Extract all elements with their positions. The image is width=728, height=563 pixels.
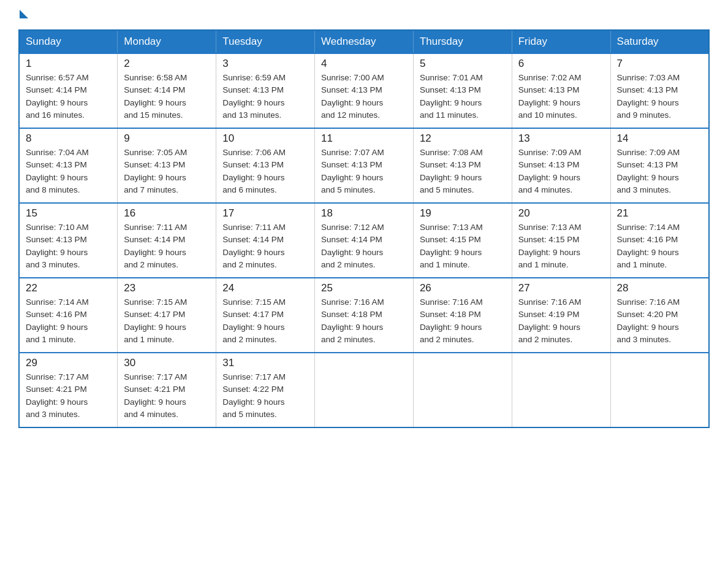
calendar-cell: 27Sunrise: 7:16 AMSunset: 4:19 PMDayligh… — [512, 278, 610, 353]
day-info: Sunrise: 7:17 AMSunset: 4:22 PMDaylight:… — [222, 371, 308, 421]
calendar-cell: 22Sunrise: 7:14 AMSunset: 4:16 PMDayligh… — [19, 278, 118, 353]
calendar-cell: 7Sunrise: 7:03 AMSunset: 4:13 PMDaylight… — [610, 53, 709, 128]
week-row-5: 29Sunrise: 7:17 AMSunset: 4:21 PMDayligh… — [19, 353, 709, 427]
day-number: 9 — [124, 132, 210, 145]
day-info: Sunrise: 7:12 AMSunset: 4:14 PMDaylight:… — [321, 221, 407, 271]
day-number: 26 — [420, 282, 506, 294]
day-info: Sunrise: 6:57 AMSunset: 4:14 PMDaylight:… — [26, 72, 111, 121]
day-number: 19 — [420, 207, 506, 220]
day-info: Sunrise: 7:01 AMSunset: 4:13 PMDaylight:… — [420, 72, 506, 121]
day-number: 6 — [518, 58, 604, 70]
calendar-cell: 20Sunrise: 7:13 AMSunset: 4:15 PMDayligh… — [512, 203, 610, 278]
day-info: Sunrise: 7:10 AMSunset: 4:13 PMDaylight:… — [26, 221, 111, 271]
day-number: 4 — [321, 58, 407, 70]
day-info: Sunrise: 7:16 AMSunset: 4:19 PMDaylight:… — [518, 296, 604, 346]
week-row-2: 8Sunrise: 7:04 AMSunset: 4:13 PMDaylight… — [19, 128, 709, 203]
day-info: Sunrise: 7:17 AMSunset: 4:21 PMDaylight:… — [124, 371, 210, 421]
calendar-cell: 21Sunrise: 7:14 AMSunset: 4:16 PMDayligh… — [610, 203, 709, 278]
calendar-table: SundayMondayTuesdayWednesdayThursdayFrid… — [18, 29, 710, 428]
calendar-cell: 10Sunrise: 7:06 AMSunset: 4:13 PMDayligh… — [216, 128, 315, 203]
header-thursday: Thursday — [413, 30, 512, 53]
day-number: 2 — [124, 58, 210, 70]
day-number: 3 — [222, 58, 308, 70]
day-number: 8 — [26, 132, 111, 145]
week-row-4: 22Sunrise: 7:14 AMSunset: 4:16 PMDayligh… — [19, 278, 709, 353]
header-saturday: Saturday — [610, 30, 709, 53]
day-info: Sunrise: 7:13 AMSunset: 4:15 PMDaylight:… — [420, 221, 506, 271]
day-info: Sunrise: 7:04 AMSunset: 4:13 PMDaylight:… — [26, 147, 111, 196]
day-info: Sunrise: 7:07 AMSunset: 4:13 PMDaylight:… — [321, 147, 407, 196]
week-row-1: 1Sunrise: 6:57 AMSunset: 4:14 PMDaylight… — [19, 53, 709, 128]
header-tuesday: Tuesday — [216, 30, 315, 53]
calendar-cell: 23Sunrise: 7:15 AMSunset: 4:17 PMDayligh… — [118, 278, 216, 353]
header-wednesday: Wednesday — [315, 30, 414, 53]
calendar-cell: 12Sunrise: 7:08 AMSunset: 4:13 PMDayligh… — [413, 128, 512, 203]
calendar-cell: 3Sunrise: 6:59 AMSunset: 4:13 PMDaylight… — [216, 53, 315, 128]
day-number: 24 — [222, 282, 308, 294]
day-info: Sunrise: 7:14 AMSunset: 4:16 PMDaylight:… — [617, 221, 702, 271]
calendar-cell: 8Sunrise: 7:04 AMSunset: 4:13 PMDaylight… — [19, 128, 118, 203]
day-info: Sunrise: 7:11 AMSunset: 4:14 PMDaylight:… — [124, 221, 210, 271]
day-number: 16 — [124, 207, 210, 220]
calendar-cell: 29Sunrise: 7:17 AMSunset: 4:21 PMDayligh… — [19, 353, 118, 427]
day-number: 28 — [617, 282, 702, 294]
day-info: Sunrise: 7:02 AMSunset: 4:13 PMDaylight:… — [518, 72, 604, 121]
day-info: Sunrise: 7:14 AMSunset: 4:16 PMDaylight:… — [26, 296, 111, 346]
calendar-cell: 26Sunrise: 7:16 AMSunset: 4:18 PMDayligh… — [413, 278, 512, 353]
day-number: 23 — [124, 282, 210, 294]
day-info: Sunrise: 7:16 AMSunset: 4:18 PMDaylight:… — [420, 296, 506, 346]
logo-arrow-icon — [20, 10, 28, 18]
calendar-cell: 25Sunrise: 7:16 AMSunset: 4:18 PMDayligh… — [315, 278, 414, 353]
calendar-cell — [315, 353, 414, 427]
day-info: Sunrise: 6:59 AMSunset: 4:13 PMDaylight:… — [222, 72, 308, 121]
day-number: 7 — [617, 58, 702, 70]
day-number: 31 — [222, 357, 308, 369]
day-info: Sunrise: 7:06 AMSunset: 4:13 PMDaylight:… — [222, 147, 308, 196]
day-info: Sunrise: 7:09 AMSunset: 4:13 PMDaylight:… — [518, 147, 604, 196]
day-number: 20 — [518, 207, 604, 220]
calendar-cell: 24Sunrise: 7:15 AMSunset: 4:17 PMDayligh… — [216, 278, 315, 353]
header-friday: Friday — [512, 30, 610, 53]
day-number: 12 — [420, 132, 506, 145]
day-number: 18 — [321, 207, 407, 220]
day-info: Sunrise: 7:00 AMSunset: 4:13 PMDaylight:… — [321, 72, 407, 121]
calendar-cell: 31Sunrise: 7:17 AMSunset: 4:22 PMDayligh… — [216, 353, 315, 427]
calendar-cell — [413, 353, 512, 427]
day-info: Sunrise: 7:16 AMSunset: 4:20 PMDaylight:… — [617, 296, 702, 346]
calendar-cell: 30Sunrise: 7:17 AMSunset: 4:21 PMDayligh… — [118, 353, 216, 427]
day-number: 17 — [222, 207, 308, 220]
header-monday: Monday — [118, 30, 216, 53]
calendar-cell — [512, 353, 610, 427]
calendar-cell: 1Sunrise: 6:57 AMSunset: 4:14 PMDaylight… — [19, 53, 118, 128]
day-info: Sunrise: 7:03 AMSunset: 4:13 PMDaylight:… — [617, 72, 702, 121]
calendar-cell: 16Sunrise: 7:11 AMSunset: 4:14 PMDayligh… — [118, 203, 216, 278]
day-number: 30 — [124, 357, 210, 369]
week-row-3: 15Sunrise: 7:10 AMSunset: 4:13 PMDayligh… — [19, 203, 709, 278]
day-info: Sunrise: 7:15 AMSunset: 4:17 PMDaylight:… — [222, 296, 308, 346]
day-info: Sunrise: 7:13 AMSunset: 4:15 PMDaylight:… — [518, 221, 604, 271]
calendar-header-row: SundayMondayTuesdayWednesdayThursdayFrid… — [19, 30, 709, 53]
calendar-cell: 28Sunrise: 7:16 AMSunset: 4:20 PMDayligh… — [610, 278, 709, 353]
day-info: Sunrise: 7:09 AMSunset: 4:13 PMDaylight:… — [617, 147, 702, 196]
day-number: 25 — [321, 282, 407, 294]
day-number: 11 — [321, 132, 407, 145]
day-info: Sunrise: 7:11 AMSunset: 4:14 PMDaylight:… — [222, 221, 308, 271]
calendar-cell: 18Sunrise: 7:12 AMSunset: 4:14 PMDayligh… — [315, 203, 414, 278]
calendar-cell: 17Sunrise: 7:11 AMSunset: 4:14 PMDayligh… — [216, 203, 315, 278]
calendar-cell: 5Sunrise: 7:01 AMSunset: 4:13 PMDaylight… — [413, 53, 512, 128]
day-info: Sunrise: 7:15 AMSunset: 4:17 PMDaylight:… — [124, 296, 210, 346]
day-number: 22 — [26, 282, 111, 294]
calendar-cell: 6Sunrise: 7:02 AMSunset: 4:13 PMDaylight… — [512, 53, 610, 128]
day-info: Sunrise: 7:08 AMSunset: 4:13 PMDaylight:… — [420, 147, 506, 196]
page-header — [18, 12, 710, 18]
day-number: 5 — [420, 58, 506, 70]
day-info: Sunrise: 7:16 AMSunset: 4:18 PMDaylight:… — [321, 296, 407, 346]
day-info: Sunrise: 7:17 AMSunset: 4:21 PMDaylight:… — [26, 371, 111, 421]
header-sunday: Sunday — [19, 30, 118, 53]
calendar-cell: 14Sunrise: 7:09 AMSunset: 4:13 PMDayligh… — [610, 128, 709, 203]
calendar-cell: 19Sunrise: 7:13 AMSunset: 4:15 PMDayligh… — [413, 203, 512, 278]
day-number: 13 — [518, 132, 604, 145]
calendar-cell: 13Sunrise: 7:09 AMSunset: 4:13 PMDayligh… — [512, 128, 610, 203]
calendar-cell: 11Sunrise: 7:07 AMSunset: 4:13 PMDayligh… — [315, 128, 414, 203]
day-number: 15 — [26, 207, 111, 220]
